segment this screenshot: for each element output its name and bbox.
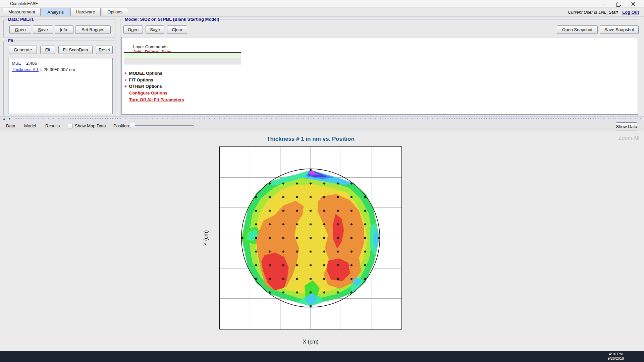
position-label: Position: [113, 123, 130, 128]
wafer-map-plot[interactable] [219, 146, 402, 329]
y-axis-label: Y (cm) [203, 226, 210, 250]
turn-off-all-fit-parameters-link[interactable]: Turn Off All Fit Parameters [129, 97, 184, 102]
windows-taskbar: 4:16 PM 9/26/2018 [0, 351, 644, 362]
logout-link[interactable]: Log Out [622, 10, 639, 15]
option-group-fit[interactable]: FIT Options [129, 77, 153, 82]
collapse-down-icon[interactable]: ▼ [8, 117, 11, 120]
fit-parameter-value: = 2.486 [21, 61, 37, 66]
minimize-icon [601, 1, 606, 7]
main-tab-bar: MeasurementAnalysisHardwareOptions Curre… [0, 8, 644, 16]
fit-button[interactable]: Fit [40, 46, 55, 54]
tray-date: 9/26/2018 [606, 356, 626, 361]
close-button[interactable] [626, 0, 641, 8]
graph-menu-model[interactable]: Model [24, 123, 36, 128]
expand-plus-icon[interactable]: + [124, 77, 127, 82]
panel-splitter[interactable]: ▲ ▼ [0, 116, 644, 121]
option-group-line: +MODEL Options [124, 71, 162, 76]
plot-title: Thickness # 1 in nm vs. Position [244, 136, 378, 142]
fit-result-line: Thickness # 1 = 25.00±0.007 nm [12, 66, 109, 73]
tab-hardware[interactable]: Hardware [70, 8, 101, 16]
fit-parameter-link[interactable]: Thickness # 1 [12, 67, 39, 72]
show-map-data-checkbox[interactable] [68, 124, 72, 128]
colorbar [409, 146, 416, 329]
expand-plus-icon[interactable]: + [124, 71, 127, 76]
open-data-button[interactable]: Open [9, 25, 31, 34]
save-data-button[interactable]: Save [33, 25, 53, 34]
set-ranges-data-button[interactable]: Set Ranges [75, 25, 111, 34]
fit-parameter-value: = 25.00±0.007 nm [39, 67, 75, 72]
position-slider-track[interactable] [132, 125, 194, 127]
completeease-logo-icon [3, 1, 9, 7]
show-data-button[interactable]: Show Data [616, 122, 637, 130]
action-line: Turn Off All Fit Parameters [129, 97, 184, 102]
option-group-line: +OTHER Options [124, 84, 162, 89]
substrate-row: Substrate = Si_JAW [124, 58, 241, 64]
show-map-data-label: Show Map Data [75, 123, 106, 128]
clear-model-button[interactable]: Clear [167, 25, 187, 34]
graph-menu-results[interactable]: Results [45, 123, 60, 128]
graph-panel: DataModelResults Show Map Data Position:… [0, 121, 644, 351]
option-group-line: +FIT Options [124, 77, 153, 82]
restore-icon [616, 1, 621, 7]
title-bar: CompleteEASE [0, 0, 644, 8]
main-tabs: MeasurementAnalysisHardwareOptions [3, 8, 128, 16]
tab-analysis[interactable]: Analysis [42, 8, 69, 16]
info--data-button[interactable]: Info. [55, 25, 73, 34]
wafer-map-canvas [220, 147, 401, 329]
close-icon [631, 1, 636, 7]
data-panel-title: Data: PBL#1 [7, 17, 35, 22]
save-model-button[interactable]: Save [146, 25, 164, 34]
fit-panel-title: Fit: [7, 38, 16, 43]
option-group-model[interactable]: MODEL Options [129, 71, 162, 76]
fit-results-box: MSE = 2.486Thickness # 1 = 25.00±0.007 n… [8, 58, 113, 114]
substrate-label: Substrate = [133, 64, 156, 64]
zoom-all-label: Zoom All [590, 135, 639, 141]
reset-button[interactable]: Reset [96, 46, 113, 54]
option-group-other[interactable]: OTHER Options [129, 84, 162, 89]
fit-parameter-link[interactable]: MSE [12, 61, 21, 66]
tab-measurement[interactable]: Measurement [3, 8, 41, 16]
fit-result-line: MSE = 2.486 [12, 60, 109, 66]
configure-options-link[interactable]: Configure Options [129, 90, 167, 96]
current-user-label: Current User is LNL_Staff [568, 10, 618, 15]
substrate-material-link[interactable]: Si_JAW [156, 64, 172, 64]
window-title: CompleteEASE [10, 1, 38, 6]
action-line: Configure Options [129, 90, 167, 96]
position-slider-thumb[interactable] [130, 123, 135, 129]
open-snapshot-button[interactable]: Open Snapshot [557, 25, 598, 34]
expand-plus-icon[interactable]: + [124, 84, 127, 89]
fit-scan-data-button[interactable]: Fit Scan Data [58, 46, 93, 54]
model-tree-box: Layer Commands: AddDeleteSave Include Su… [121, 37, 638, 115]
collapse-up-icon[interactable]: ▲ [3, 117, 6, 120]
save-snapshot-button[interactable]: Save Snapshot [600, 25, 639, 34]
minimize-button[interactable] [596, 0, 611, 8]
splitter-grip[interactable] [15, 118, 641, 119]
completeease-app: { "colors": { "link_blue": "#2626c0", "l… [0, 0, 644, 362]
open-model-button[interactable]: Open [123, 25, 143, 34]
generate-button[interactable]: Generate [9, 46, 37, 54]
x-axis-label: X (cm) [294, 339, 327, 345]
graph-menu-bar: DataModelResults Show Map Data Position:… [0, 121, 644, 131]
taskbar-clock[interactable]: 4:16 PM 9/26/2018 [606, 352, 626, 361]
graph-menu-data[interactable]: Data [6, 123, 15, 128]
restore-button[interactable] [611, 0, 626, 8]
model-panel-title: Model: SiO2 on Si PBL (Blank Starting Mo… [123, 17, 220, 22]
tray-time: 4:16 PM [606, 352, 626, 356]
main-content: Data: PBL#1 OpenSaveInfo.Set Ranges Fit:… [0, 16, 644, 116]
tab-options[interactable]: Options [102, 8, 128, 16]
layer-row: Layer # 1 = SiO2_JAW Thickness # 1 = 25.… [124, 52, 241, 59]
